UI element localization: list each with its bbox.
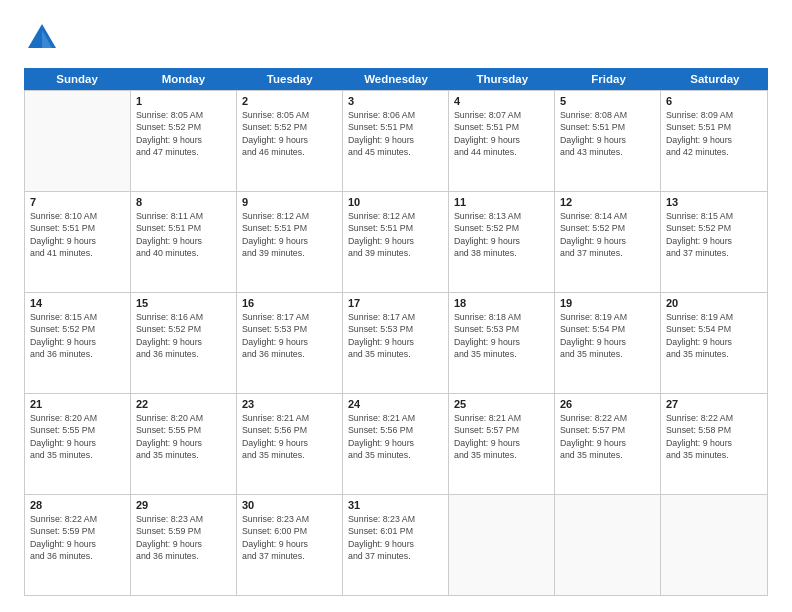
- cell-line: and 35 minutes.: [560, 349, 655, 360]
- calendar-body: 1Sunrise: 8:05 AMSunset: 5:52 PMDaylight…: [24, 90, 768, 596]
- cell-line: Sunset: 5:57 PM: [560, 425, 655, 436]
- cell-line: Sunrise: 8:23 AM: [348, 514, 443, 525]
- day-number: 4: [454, 95, 549, 107]
- cell-line: Daylight: 9 hours: [30, 337, 125, 348]
- day-number: 20: [666, 297, 762, 309]
- cell-line: and 37 minutes.: [666, 248, 762, 259]
- calendar-cell: 1Sunrise: 8:05 AMSunset: 5:52 PMDaylight…: [131, 91, 237, 191]
- cell-line: and 36 minutes.: [30, 349, 125, 360]
- logo: [24, 20, 66, 56]
- cell-line: Sunset: 6:00 PM: [242, 526, 337, 537]
- cell-line: Sunset: 5:54 PM: [666, 324, 762, 335]
- calendar-header-cell: Thursday: [449, 68, 555, 90]
- calendar-cell: 21Sunrise: 8:20 AMSunset: 5:55 PMDayligh…: [25, 394, 131, 494]
- cell-line: Daylight: 9 hours: [242, 135, 337, 146]
- cell-line: Sunset: 5:53 PM: [454, 324, 549, 335]
- cell-line: Sunset: 5:57 PM: [454, 425, 549, 436]
- cell-line: and 35 minutes.: [348, 450, 443, 461]
- day-number: 8: [136, 196, 231, 208]
- calendar-cell: 20Sunrise: 8:19 AMSunset: 5:54 PMDayligh…: [661, 293, 767, 393]
- calendar-cell: 30Sunrise: 8:23 AMSunset: 6:00 PMDayligh…: [237, 495, 343, 595]
- cell-line: Daylight: 9 hours: [136, 135, 231, 146]
- cell-line: Sunrise: 8:17 AM: [242, 312, 337, 323]
- calendar-cell: 10Sunrise: 8:12 AMSunset: 5:51 PMDayligh…: [343, 192, 449, 292]
- day-number: 25: [454, 398, 549, 410]
- day-number: 13: [666, 196, 762, 208]
- cell-line: Sunrise: 8:15 AM: [666, 211, 762, 222]
- cell-line: Sunrise: 8:21 AM: [454, 413, 549, 424]
- calendar-cell: 6Sunrise: 8:09 AMSunset: 5:51 PMDaylight…: [661, 91, 767, 191]
- calendar-row: 14Sunrise: 8:15 AMSunset: 5:52 PMDayligh…: [25, 292, 767, 393]
- calendar-cell: 18Sunrise: 8:18 AMSunset: 5:53 PMDayligh…: [449, 293, 555, 393]
- cell-line: Daylight: 9 hours: [348, 135, 443, 146]
- cell-line: Daylight: 9 hours: [454, 438, 549, 449]
- calendar-cell: 26Sunrise: 8:22 AMSunset: 5:57 PMDayligh…: [555, 394, 661, 494]
- cell-line: and 42 minutes.: [666, 147, 762, 158]
- cell-line: Sunset: 5:51 PM: [348, 122, 443, 133]
- cell-line: Daylight: 9 hours: [666, 236, 762, 247]
- calendar: SundayMondayTuesdayWednesdayThursdayFrid…: [24, 68, 768, 596]
- cell-line: Daylight: 9 hours: [136, 539, 231, 550]
- cell-line: and 36 minutes.: [136, 551, 231, 562]
- cell-line: and 35 minutes.: [454, 450, 549, 461]
- cell-line: Sunrise: 8:22 AM: [30, 514, 125, 525]
- cell-line: Sunset: 5:59 PM: [136, 526, 231, 537]
- header: [24, 20, 768, 56]
- calendar-row: 21Sunrise: 8:20 AMSunset: 5:55 PMDayligh…: [25, 393, 767, 494]
- cell-line: and 35 minutes.: [30, 450, 125, 461]
- calendar-cell: 24Sunrise: 8:21 AMSunset: 5:56 PMDayligh…: [343, 394, 449, 494]
- cell-line: Sunrise: 8:16 AM: [136, 312, 231, 323]
- cell-line: Sunrise: 8:14 AM: [560, 211, 655, 222]
- calendar-cell: 22Sunrise: 8:20 AMSunset: 5:55 PMDayligh…: [131, 394, 237, 494]
- cell-line: and 37 minutes.: [560, 248, 655, 259]
- cell-line: Sunset: 5:52 PM: [136, 324, 231, 335]
- calendar-cell: 27Sunrise: 8:22 AMSunset: 5:58 PMDayligh…: [661, 394, 767, 494]
- cell-line: Sunset: 5:52 PM: [30, 324, 125, 335]
- cell-line: Sunset: 5:52 PM: [454, 223, 549, 234]
- cell-line: Daylight: 9 hours: [30, 236, 125, 247]
- cell-line: Daylight: 9 hours: [666, 337, 762, 348]
- cell-line: Sunset: 5:56 PM: [348, 425, 443, 436]
- cell-line: Sunrise: 8:12 AM: [242, 211, 337, 222]
- day-number: 7: [30, 196, 125, 208]
- cell-line: and 41 minutes.: [30, 248, 125, 259]
- calendar-cell: 15Sunrise: 8:16 AMSunset: 5:52 PMDayligh…: [131, 293, 237, 393]
- cell-line: Sunset: 5:59 PM: [30, 526, 125, 537]
- cell-line: Sunrise: 8:23 AM: [136, 514, 231, 525]
- cell-line: and 35 minutes.: [242, 450, 337, 461]
- cell-line: Sunset: 5:51 PM: [30, 223, 125, 234]
- cell-line: Sunset: 5:51 PM: [666, 122, 762, 133]
- cell-line: and 35 minutes.: [136, 450, 231, 461]
- cell-line: Daylight: 9 hours: [242, 438, 337, 449]
- calendar-cell: 2Sunrise: 8:05 AMSunset: 5:52 PMDaylight…: [237, 91, 343, 191]
- day-number: 15: [136, 297, 231, 309]
- day-number: 27: [666, 398, 762, 410]
- cell-line: Sunrise: 8:19 AM: [666, 312, 762, 323]
- cell-line: Daylight: 9 hours: [348, 236, 443, 247]
- calendar-header: SundayMondayTuesdayWednesdayThursdayFrid…: [24, 68, 768, 90]
- day-number: 22: [136, 398, 231, 410]
- cell-line: Daylight: 9 hours: [30, 539, 125, 550]
- cell-line: Sunset: 5:55 PM: [136, 425, 231, 436]
- calendar-cell: 11Sunrise: 8:13 AMSunset: 5:52 PMDayligh…: [449, 192, 555, 292]
- cell-line: Sunset: 5:55 PM: [30, 425, 125, 436]
- day-number: 19: [560, 297, 655, 309]
- calendar-header-cell: Tuesday: [237, 68, 343, 90]
- day-number: 2: [242, 95, 337, 107]
- cell-line: Daylight: 9 hours: [560, 438, 655, 449]
- day-number: 12: [560, 196, 655, 208]
- calendar-cell: 3Sunrise: 8:06 AMSunset: 5:51 PMDaylight…: [343, 91, 449, 191]
- calendar-cell: 23Sunrise: 8:21 AMSunset: 5:56 PMDayligh…: [237, 394, 343, 494]
- cell-line: Sunset: 5:56 PM: [242, 425, 337, 436]
- day-number: 3: [348, 95, 443, 107]
- cell-line: Sunset: 5:52 PM: [242, 122, 337, 133]
- day-number: 21: [30, 398, 125, 410]
- day-number: 23: [242, 398, 337, 410]
- logo-icon: [24, 20, 60, 56]
- cell-line: Sunrise: 8:21 AM: [348, 413, 443, 424]
- calendar-cell: 12Sunrise: 8:14 AMSunset: 5:52 PMDayligh…: [555, 192, 661, 292]
- cell-line: Sunrise: 8:23 AM: [242, 514, 337, 525]
- calendar-cell: 25Sunrise: 8:21 AMSunset: 5:57 PMDayligh…: [449, 394, 555, 494]
- cell-line: Sunrise: 8:19 AM: [560, 312, 655, 323]
- cell-line: Sunrise: 8:18 AM: [454, 312, 549, 323]
